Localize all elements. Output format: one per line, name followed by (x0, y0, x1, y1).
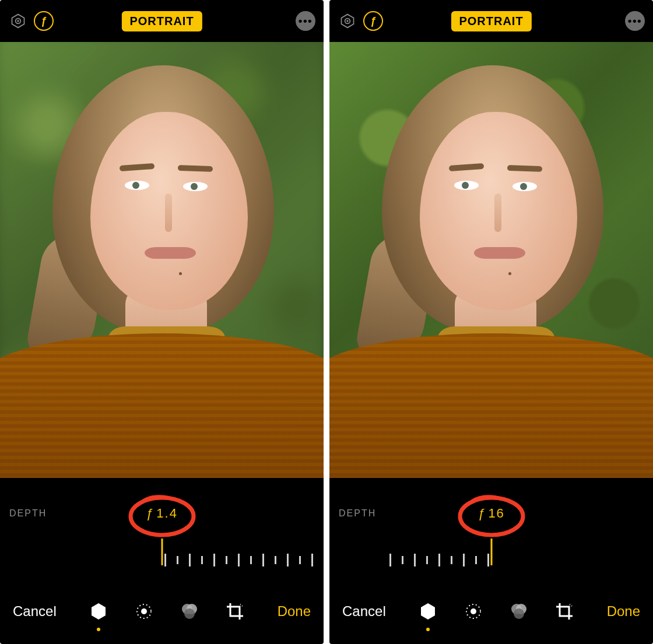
depth-label: DEPTH (339, 508, 376, 519)
done-button[interactable]: Done (605, 600, 643, 623)
svg-point-6 (141, 608, 147, 614)
slider-indicator-icon (490, 539, 492, 565)
depth-slider[interactable] (7, 539, 317, 579)
more-icon[interactable]: ••• (625, 11, 645, 31)
lighting-style-icon[interactable] (8, 11, 28, 31)
svg-point-19 (514, 608, 524, 619)
portrait-subject (329, 42, 653, 478)
crop-tool-icon[interactable] (222, 599, 248, 624)
top-bar: ƒ PORTRAIT ••• (329, 0, 653, 42)
cancel-button[interactable]: Cancel (340, 600, 388, 623)
depth-value: ƒ1.4 (146, 506, 178, 521)
svg-point-2 (17, 20, 19, 22)
more-icon[interactable]: ••• (296, 11, 315, 31)
portrait-lighting-tool-icon[interactable] (415, 599, 441, 624)
depth-value: ƒ16 (478, 506, 505, 521)
crop-tool-icon[interactable] (552, 599, 577, 624)
slider-ticks (389, 554, 489, 566)
bottom-toolbar: Cancel Done (7, 588, 317, 638)
filters-tool-icon[interactable] (506, 599, 532, 624)
editor-pane-right: ƒ PORTRAIT ••• DEPTH ƒ16 (329, 0, 653, 644)
portrait-subject (0, 42, 324, 478)
portrait-lighting-tool-icon[interactable] (86, 599, 111, 624)
mode-pill[interactable]: PORTRAIT (451, 11, 531, 31)
slider-ticks (164, 554, 313, 566)
svg-point-16 (471, 608, 476, 614)
svg-point-9 (184, 608, 195, 619)
controls-area: DEPTH ƒ1.4 Cancel (0, 478, 324, 644)
top-bar: ƒ PORTRAIT ••• (0, 0, 324, 42)
lighting-style-icon[interactable] (338, 11, 357, 31)
mode-pill[interactable]: PORTRAIT (121, 11, 202, 31)
adjust-tool-icon[interactable] (461, 599, 486, 624)
done-button[interactable]: Done (275, 600, 313, 623)
svg-marker-4 (92, 603, 106, 620)
cancel-button[interactable]: Cancel (10, 600, 59, 623)
aperture-icon[interactable]: ƒ (34, 11, 54, 31)
photo-preview[interactable] (0, 42, 324, 478)
photo-preview[interactable] (329, 42, 653, 478)
adjust-tool-icon[interactable] (131, 599, 157, 624)
svg-marker-14 (421, 603, 435, 620)
depth-label: DEPTH (9, 508, 47, 519)
controls-area: DEPTH ƒ16 Cancel (329, 478, 653, 644)
depth-slider[interactable] (336, 539, 646, 579)
aperture-icon[interactable]: ƒ (363, 11, 383, 31)
filters-tool-icon[interactable] (177, 599, 202, 624)
svg-point-12 (346, 20, 349, 22)
slider-indicator-icon (161, 539, 163, 565)
bottom-toolbar: Cancel Done (336, 588, 646, 638)
editor-pane-left: ƒ PORTRAIT ••• DEPTH ƒ1.4 (0, 0, 324, 644)
